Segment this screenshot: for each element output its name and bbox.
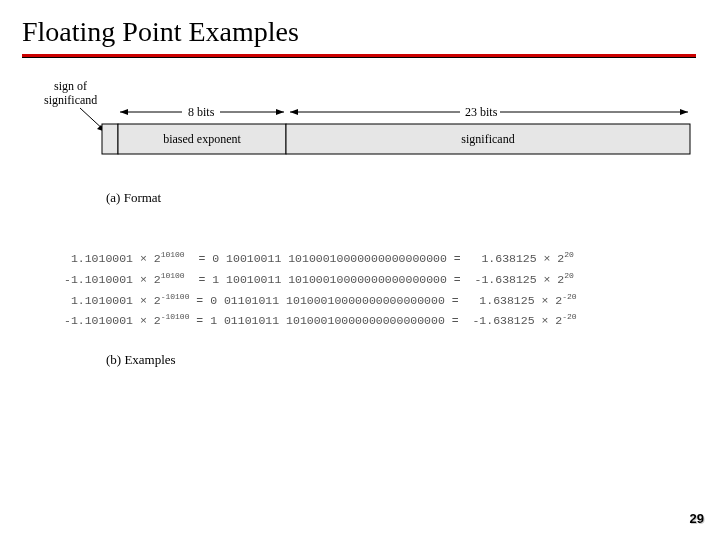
lhs-sign: - (64, 314, 71, 327)
significand-box-label: significand (461, 132, 514, 146)
caption-format: (a) Format (106, 190, 161, 206)
exponent-box-label: biased exponent (163, 132, 241, 146)
lhs-exp: -10100 (161, 292, 190, 301)
lhs-exp: 10100 (161, 250, 185, 259)
slide: Floating Point Examples sign of signific… (0, 0, 720, 540)
mid-bits: = 1 10010011 10100010000000000000000 = (198, 273, 460, 286)
lhs-exp: 10100 (161, 271, 185, 280)
lhs-sign (64, 293, 71, 306)
example-row: 1.1010001 × 2-10100 = 0 01101011 1010001… (64, 288, 577, 309)
exp-span-label: 8 bits (188, 105, 215, 119)
rhs-exp: 20 (564, 250, 574, 259)
lhs-mant: 1.1010001 (71, 252, 133, 265)
sign-label-2: significand (44, 93, 97, 107)
rhs-val: 1.638125 (481, 273, 536, 286)
format-diagram: sign of significand 8 bits 23 bits biase… (40, 78, 700, 168)
lhs-sign: - (64, 273, 71, 286)
rhs-val: 1.638125 (479, 314, 534, 327)
sig-span-left-head (290, 109, 298, 115)
mid-bits: = 0 10010011 10100010000000000000000 = (198, 252, 460, 265)
exp-span-right-head (276, 109, 284, 115)
rhs-val: 1.638125 (479, 293, 534, 306)
mid-bits: = 1 01101011 10100010000000000000000 = (196, 314, 458, 327)
lhs-sign (64, 252, 71, 265)
sig-span-label: 23 bits (465, 105, 498, 119)
rhs-val: 1.638125 (481, 252, 536, 265)
lhs-mant: 1.1010001 (71, 273, 133, 286)
exp-span-left-head (120, 109, 128, 115)
rhs-exp: -20 (562, 292, 576, 301)
page-number: 29 (690, 511, 704, 526)
sign-label-1: sign of (54, 79, 87, 93)
format-svg: sign of significand 8 bits 23 bits biase… (40, 78, 700, 168)
rhs-exp: -20 (562, 312, 576, 321)
lhs-mant: 1.1010001 (71, 314, 133, 327)
page-title: Floating Point Examples (22, 16, 299, 48)
sig-span-right-head (680, 109, 688, 115)
example-row: -1.1010001 × 210100 = 1 10010011 1010001… (64, 267, 577, 288)
title-rule-black (22, 57, 696, 58)
lhs-exp: -10100 (161, 312, 190, 321)
examples-block: 1.1010001 × 210100 = 0 10010011 10100010… (64, 246, 577, 329)
mid-bits: = 0 01101011 10100010000000000000000 = (196, 293, 458, 306)
example-row: 1.1010001 × 210100 = 0 10010011 10100010… (64, 246, 577, 267)
sign-box (102, 124, 118, 154)
caption-examples: (b) Examples (106, 352, 176, 368)
lhs-mant: 1.1010001 (71, 293, 133, 306)
rhs-exp: 20 (564, 271, 574, 280)
example-row: -1.1010001 × 2-10100 = 1 01101011 101000… (64, 308, 577, 329)
